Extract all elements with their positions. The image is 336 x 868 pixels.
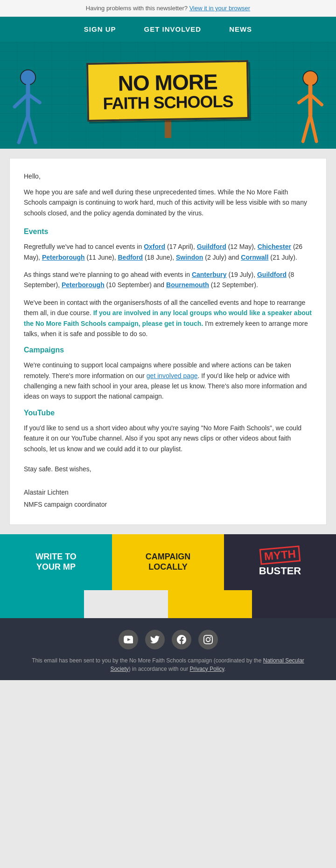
peterborough-link[interactable]: Peterborough [42,254,85,261]
bournemouth-link[interactable]: Bournemouth [166,281,209,289]
hero-line1: NO MORE [103,71,233,95]
svg-line-5 [28,115,35,143]
top-bar: Having problems with this newsletter? Vi… [0,0,336,17]
greeting: Hello, [24,172,312,180]
hero-line2: FAITH SCHOOLS [103,92,234,113]
stick-figure-right [294,65,327,149]
swindon-link[interactable]: Swindon [176,254,203,261]
footer-legal-prefix: This email has been sent to you by the N… [32,657,263,664]
sign-post [165,119,171,138]
sign-post-container: NO MORE FAITH SCHOOLS [87,52,249,138]
svg-point-6 [303,71,318,86]
myth-buster-content: MYTH BUSTER [259,547,301,577]
guildford-link[interactable]: Guildford [197,243,226,250]
main-content: Hello, We hope you are safe and well dur… [9,158,327,525]
myth-buster-card[interactable]: MYTH BUSTER [224,534,336,590]
twitter-icon-button[interactable] [145,630,165,649]
events-heading: Events [24,227,312,236]
svg-line-11 [310,115,316,142]
events-para2: As things stand we're planning to go ahe… [24,269,312,290]
campaign-locally-card[interactable]: CAMPAIGNLOCALLY [112,534,224,590]
campaign-locally-label: CAMPAIGNLOCALLY [146,552,191,572]
cornwall-link[interactable]: Cornwall [241,254,268,261]
youtube-icon [124,635,133,644]
nav-bar: SIGN UP GET INVOLVED NEWS [0,17,336,41]
svg-point-0 [21,70,35,85]
sign-board: NO MORE FAITH SCHOOLS [86,60,249,122]
instagram-icon-button[interactable] [198,630,218,649]
nav-item-news[interactable]: NEWS [229,25,252,33]
nav-item-get-involved[interactable]: GET INVOLVED [144,25,202,33]
footer-cta-section: WRITE TOYOUR MP CAMPAIGNLOCALLY MYTH BUS… [0,534,336,590]
peterborough2-link[interactable]: Peterborough [62,281,105,289]
events-para1: Regretfully we've had to cancel events i… [24,241,312,262]
stay-safe-text: Stay safe. Best wishes, [24,463,312,475]
get-involved-page-link[interactable]: get involved page [147,372,198,379]
twitter-icon [150,635,160,644]
events-highlight: If you are involved in any local groups … [24,309,312,327]
nav-item-signup[interactable]: SIGN UP [84,25,116,33]
guildford2-link[interactable]: Guildford [257,271,287,278]
social-icons-row [9,630,327,649]
chichester-link[interactable]: Chichester [258,243,291,250]
svg-line-10 [303,115,310,142]
myth-label: MYTH [259,545,301,565]
buster-label: BUSTER [259,565,301,577]
top-bar-text: Having problems with this newsletter? [86,5,188,12]
social-footer: This email has been sent to you by the N… [0,618,336,680]
write-mp-card[interactable]: WRITE TOYOUR MP [0,534,112,590]
hero-section: NO MORE FAITH SCHOOLS [0,41,336,149]
events-para3: We've been in contact with the organiser… [24,297,312,339]
footer-strip [0,590,336,618]
facebook-icon [177,635,186,644]
sender-role: NMFS campaign coordinator [24,499,312,510]
campaigns-heading: Campaigns [24,346,312,354]
instagram-icon [203,635,213,644]
bedford-link[interactable]: Bedford [118,254,143,261]
sign-off: Stay safe. Best wishes, Alastair Lichten… [24,463,312,510]
footer-strip-dark [252,590,336,618]
youtube-para: If you'd like to send us a short video a… [24,423,312,454]
youtube-heading: YouTube [24,409,312,417]
view-in-browser-link[interactable]: View it in your browser [189,5,251,12]
stick-figure-left [9,65,47,149]
oxford-link[interactable]: Oxford [144,243,165,250]
footer-strip-yellow [168,590,252,618]
canterbury-link[interactable]: Canterbury [192,271,227,278]
campaigns-para: We're continuing to support local campai… [24,360,312,402]
footer-legal-end: . [224,666,225,672]
footer-strip-teal [0,590,84,618]
youtube-icon-button[interactable] [119,630,138,649]
footer-legal-mid: ) in accordance with our [129,666,190,672]
intro-text: We hope you are safe and well during the… [24,187,312,218]
footer-strip-gray [84,590,168,618]
facebook-icon-button[interactable] [172,630,191,649]
footer-legal-text: This email has been sent to you by the N… [9,656,327,673]
write-mp-label: WRITE TOYOUR MP [35,552,77,572]
svg-line-4 [19,115,28,143]
sender-name: Alastair Lichten [24,487,312,498]
privacy-policy-link[interactable]: Privacy Policy [189,666,224,672]
